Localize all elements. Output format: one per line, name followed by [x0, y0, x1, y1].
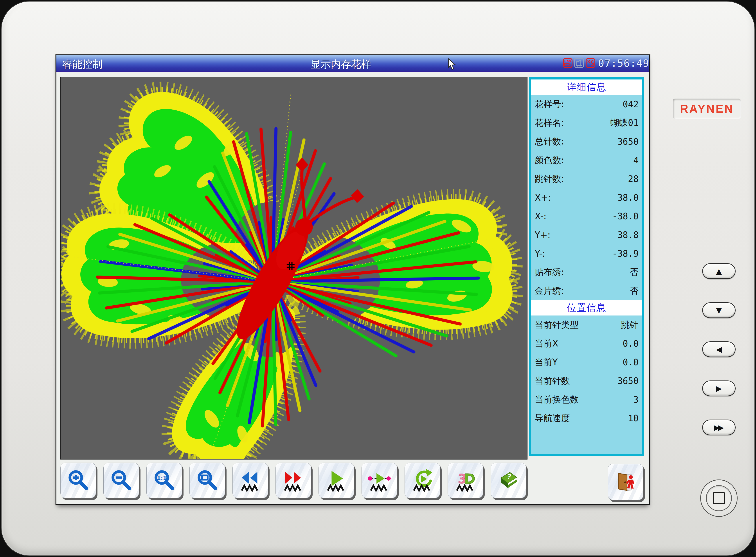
title-bar: 睿能控制 显示内存花样 USB: [56, 55, 649, 72]
app-name: 睿能控制: [62, 58, 102, 71]
info-row: 花样名:蝴蝶01: [531, 114, 642, 132]
antenna-knob: [351, 189, 364, 203]
brand-logo-text: RAYNEN: [680, 102, 734, 115]
controller-bezel: 睿能控制 显示内存花样 USB: [1, 1, 755, 556]
info-row: 跳针数:28: [531, 170, 642, 188]
home-button-square-icon: [713, 492, 725, 504]
info-row: 金片绣:否: [531, 282, 642, 300]
info-row: Y+:38.8: [531, 226, 642, 244]
nav-right-button[interactable]: ▶: [702, 380, 735, 396]
position-panel-header: 位置信息: [531, 300, 642, 316]
usb-icon-label: USB: [564, 59, 571, 63]
info-row: 总针数:3650: [531, 132, 642, 151]
info-row: X+:38.0: [531, 188, 642, 207]
butterfly-pattern: .fz1{fill:none;stroke:#ece90f;stroke-wid…: [61, 77, 527, 459]
zoom-out-button[interactable]: [103, 463, 139, 498]
exit-button[interactable]: [608, 464, 643, 500]
zoom-1to1-button[interactable]: 1:1: [146, 463, 182, 498]
nav-up-button[interactable]: ▲: [702, 263, 735, 279]
info-row: 当前Y0.0: [531, 353, 642, 372]
mouse-cursor: [447, 58, 459, 72]
stitch-back-button[interactable]: [233, 463, 268, 498]
zoom-1to1-label: 1:1: [157, 475, 167, 481]
brand-logo: RAYNEN: [673, 98, 741, 119]
info-row: Y-:-38.9: [531, 244, 642, 263]
nav-left-button[interactable]: ◀: [702, 342, 735, 357]
screenshot-root: 睿能控制 显示内存花样 USB: [0, 0, 756, 557]
info-row: 颜色数:4: [531, 151, 642, 170]
info-row: 当前换色数3: [531, 390, 642, 409]
pattern-preview-area: .fz1{fill:none;stroke:#ece90f;stroke-wid…: [60, 77, 527, 460]
stitch-forward-button[interactable]: [275, 463, 311, 498]
info-panel: 详细信息 花样号:042 花样名:蝴蝶01 总针数:3650 颜色数:4 跳针数…: [529, 77, 644, 456]
home-button[interactable]: [700, 479, 737, 517]
info-row: 当前X0.0: [531, 334, 642, 353]
view-3d-button[interactable]: 3 D: [448, 463, 483, 498]
zoom-in-button[interactable]: [60, 463, 96, 498]
help-button[interactable]: ?: [491, 463, 526, 498]
info-row: 贴布绣:否: [531, 263, 642, 282]
zoom-fit-button[interactable]: [189, 463, 225, 498]
nav-down-button[interactable]: ▼: [702, 302, 735, 318]
nav-fast-button[interactable]: ▶▶: [702, 419, 735, 435]
info-row: 导航速度10: [531, 409, 642, 428]
info-row: X-:-38.0: [531, 207, 642, 226]
sim-repeat-button[interactable]: [404, 463, 440, 498]
info-row: 当前针类型跳针: [531, 316, 642, 334]
machine-icon: [574, 58, 584, 68]
info-row: 当前针数3650: [531, 372, 642, 390]
thread-break-icon: [585, 58, 596, 68]
clock: 07:56:49: [598, 58, 647, 69]
lcd-screen: 睿能控制 显示内存花样 USB: [56, 54, 650, 505]
page-title: 显示内存花样: [311, 58, 371, 71]
sim-play-button[interactable]: [319, 463, 354, 498]
usb-icon: USB: [563, 58, 573, 68]
detail-panel-header: 详细信息: [531, 80, 642, 95]
sim-step-button[interactable]: [362, 463, 397, 498]
info-row: 花样号:042: [531, 95, 642, 114]
